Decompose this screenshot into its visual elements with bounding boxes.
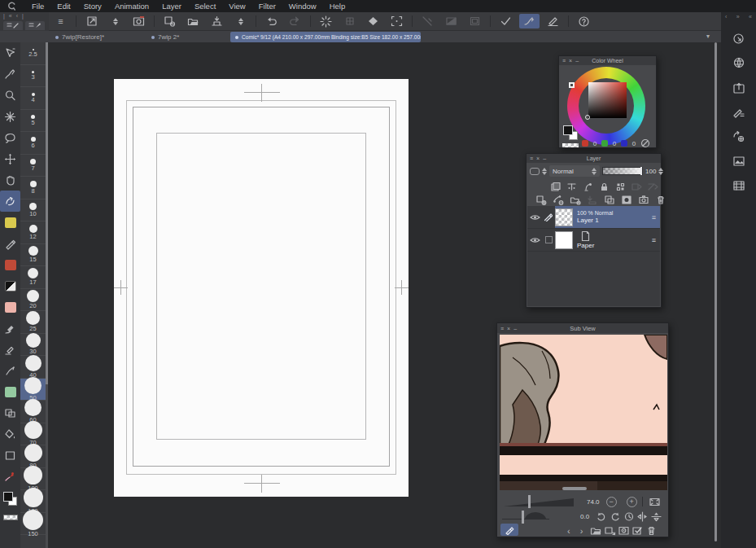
menu-item[interactable]: Window [282,0,323,12]
sub-view-hscrollbar[interactable] [562,487,587,490]
tool-brush-flag[interactable] [0,466,20,487]
fit-to-screen-button[interactable] [648,496,662,508]
combine-layer-icon[interactable] [603,194,615,205]
brush-size-item[interactable]: 100 [20,468,46,491]
tool-hand[interactable] [0,169,20,191]
brush-size-item[interactable]: 5 [20,110,46,133]
next-image-button[interactable]: › [580,526,583,536]
brush-size-item[interactable]: 12 [20,221,46,244]
layer-row-active[interactable]: 100 % Normal Layer 1 ≡ [527,206,660,229]
palette-color-icon[interactable] [530,168,540,175]
brush-size-item[interactable]: 6 [20,132,46,155]
layer-thumbnail[interactable] [555,208,573,226]
brush-size-item[interactable]: 10 [20,199,46,222]
visibility-eye-icon[interactable] [530,236,540,244]
new-vector-layer-icon[interactable] [552,194,564,205]
confirm-button[interactable] [496,14,516,28]
tool-property-tab-2[interactable] [25,21,45,30]
brush-size-item[interactable]: 8 [20,177,46,199]
main-menu-button[interactable]: ≡ [50,14,71,28]
brush-size-item[interactable]: 2.5 [20,42,46,65]
tool-eraser-soft[interactable] [0,339,20,360]
tone-icon[interactable] [566,181,578,192]
sub-view-image[interactable] [500,335,667,490]
tool-zoom[interactable] [0,85,20,106]
eyedropper-toggle-button[interactable] [500,524,518,536]
tool-airbrush-pink[interactable] [0,296,20,318]
new-raster-layer-icon[interactable] [535,194,547,205]
layer-row-paper[interactable]: Paper ≡ [527,229,660,252]
sv-marker[interactable] [585,115,590,120]
flip-horizontal-button[interactable] [636,511,649,523]
edit-canvas-button[interactable] [81,14,102,28]
tool-decoration[interactable] [0,106,20,127]
layer-checkbox[interactable] [545,236,553,243]
transparent-swatch[interactable] [562,143,579,147]
tool-move[interactable] [0,148,20,169]
dock-collapse-controls[interactable]: |«‹| [3,13,46,20]
document-tab[interactable]: 7wip 2* [146,32,184,42]
rotation-slider[interactable] [502,511,549,521]
create-mask-icon[interactable] [620,194,632,205]
line-tool-button[interactable] [417,14,438,28]
zoom-out-button[interactable]: − [606,497,617,507]
rotate-cw-button[interactable] [608,511,622,523]
tool-pen-flourish[interactable] [0,64,20,85]
menu-item[interactable]: Filter [252,0,282,12]
edit-image-button[interactable] [631,524,645,537]
zoom-in-button[interactable]: + [627,497,637,507]
tool-property-tab-1[interactable] [3,21,23,30]
frame-button[interactable] [465,14,485,28]
draft-layer-icon[interactable] [647,181,659,192]
tool-figure[interactable] [0,402,20,423]
open-button[interactable] [183,14,203,28]
brush-size-item[interactable]: 80 [20,445,46,468]
lock-layer-icon[interactable] [598,181,610,192]
save-spinner[interactable] [230,14,251,28]
dock-collapse-controls[interactable]: ‹»« [721,12,756,24]
delete-image-button[interactable] [645,524,658,537]
tool-pastel-yellow[interactable] [0,212,20,233]
navigator-palette-button[interactable] [728,152,749,170]
blend-mode-select[interactable]: Normal [549,165,600,177]
layer-mask-icon[interactable] [549,181,562,192]
layer-color-icon[interactable] [582,181,594,192]
material-palette-button[interactable] [728,55,749,72]
foreground-color-swatch[interactable] [3,492,13,502]
pen-settings-palette-button[interactable] [728,103,749,121]
brush-size-item[interactable]: 4 [20,87,46,110]
menu-item[interactable]: Layer [155,0,188,12]
delete-layer-icon[interactable] [654,194,666,205]
new-folder-icon[interactable] [569,194,581,205]
help-button[interactable] [574,14,594,28]
brush-size-item[interactable]: 3 [20,65,46,88]
page-manager-button[interactable] [129,14,149,28]
save-button[interactable] [207,14,227,28]
tool-contrast[interactable] [0,275,20,296]
transparent-color-swatch[interactable] [0,511,20,523]
crop-button[interactable] [387,14,407,28]
brush-size-item[interactable]: 50 [20,379,46,401]
layer-thumbnail[interactable] [555,231,573,249]
document-tab-active[interactable]: Comic* 9/12 (A4 210.00 x 297.00mm Bindin… [230,32,421,42]
import-image-button[interactable] [589,524,603,537]
apply-mask-icon[interactable] [637,194,649,205]
color-mode-icon[interactable] [640,138,650,148]
rotate-ccw-button[interactable] [594,511,608,523]
menu-item[interactable]: Select [188,0,222,12]
tool-marker-red[interactable] [0,254,20,275]
menu-item[interactable]: File [25,0,50,12]
brush-size-item[interactable]: 20 [20,289,46,312]
menu-item[interactable]: Help [323,0,352,12]
snap-button[interactable] [339,14,360,28]
previous-image-button[interactable]: ‹ [567,526,570,536]
gradient-button[interactable] [441,14,461,28]
hue-marker[interactable] [569,82,575,88]
material-button[interactable] [363,14,383,28]
menu-item[interactable]: Story [77,0,108,12]
redo-button[interactable] [285,14,305,28]
opacity-slider[interactable] [602,167,643,175]
reference-layer-icon[interactable] [631,181,643,192]
tool-liquify[interactable] [0,360,20,381]
zoom-slider[interactable] [502,497,575,507]
